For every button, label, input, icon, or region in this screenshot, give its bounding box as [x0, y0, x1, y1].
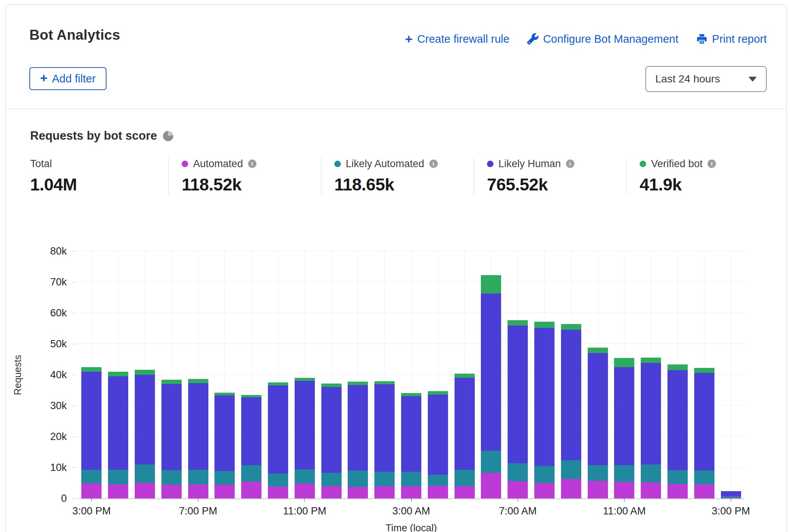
bar-segment-likely-human[interactable]: [508, 326, 528, 463]
bar-segment-verified-bot[interactable]: [428, 391, 448, 395]
bar-5-00-am[interactable]: [455, 374, 475, 498]
bar-segment-verified-bot[interactable]: [641, 358, 661, 363]
bar-segment-automated[interactable]: [188, 484, 208, 498]
bar-segment-likely-human[interactable]: [614, 367, 634, 466]
bar-segment-likely-automated[interactable]: [588, 465, 608, 481]
bar-segment-automated[interactable]: [508, 481, 528, 498]
bar-segment-likely-automated[interactable]: [455, 470, 475, 487]
bar-segment-verified-bot[interactable]: [455, 374, 475, 378]
bar-segment-likely-human[interactable]: [241, 397, 261, 465]
bar-segment-verified-bot[interactable]: [348, 382, 368, 385]
bar-segment-likely-automated[interactable]: [481, 451, 501, 473]
info-icon[interactable]: i: [248, 160, 256, 168]
time-range-select[interactable]: Last 24 hours: [645, 66, 767, 92]
bar-segment-likely-automated[interactable]: [188, 470, 208, 484]
bar-segment-verified-bot[interactable]: [81, 367, 102, 372]
bar-segment-likely-automated[interactable]: [614, 465, 634, 482]
bar-11-00-am[interactable]: [614, 358, 634, 498]
bar-segment-verified-bot[interactable]: [135, 370, 155, 375]
bar-segment-likely-human[interactable]: [108, 376, 128, 470]
bar-8-00-pm[interactable]: [214, 393, 235, 498]
bar-segment-automated[interactable]: [241, 482, 261, 498]
bar-segment-verified-bot[interactable]: [268, 382, 288, 385]
bar-segment-likely-human[interactable]: [428, 395, 448, 475]
bar-7-00-am[interactable]: [508, 320, 528, 498]
bar-segment-verified-bot[interactable]: [214, 393, 235, 395]
bar-segment-automated[interactable]: [214, 485, 235, 498]
bar-segment-likely-automated[interactable]: [534, 466, 555, 483]
print-report-link[interactable]: Print report: [696, 33, 767, 45]
bar-segment-likely-automated[interactable]: [641, 464, 661, 482]
bar-segment-automated[interactable]: [295, 484, 315, 498]
bar-segment-likely-automated[interactable]: [348, 471, 368, 487]
bar-segment-automated[interactable]: [81, 484, 102, 498]
bar-segment-automated[interactable]: [455, 486, 475, 498]
bar-segment-likely-human[interactable]: [321, 387, 342, 473]
bar-5-00-pm[interactable]: [135, 370, 155, 498]
bar-1-00-am[interactable]: [348, 382, 368, 498]
bar-segment-likely-human[interactable]: [401, 396, 421, 472]
bar-segment-verified-bot[interactable]: [561, 324, 581, 330]
bar-segment-likely-automated[interactable]: [135, 464, 155, 483]
bar-segment-automated[interactable]: [428, 486, 448, 498]
bar-12-00-pm[interactable]: [641, 358, 661, 498]
bar-segment-likely-human[interactable]: [374, 384, 395, 471]
bar-segment-likely-human[interactable]: [135, 375, 155, 464]
bar-segment-likely-automated[interactable]: [241, 465, 261, 482]
bar-7-00-pm[interactable]: [188, 379, 208, 498]
bar-segment-verified-bot[interactable]: [161, 380, 182, 384]
bar-9-00-am[interactable]: [561, 324, 581, 498]
bar-segment-likely-automated[interactable]: [667, 470, 688, 484]
bar-2-00-pm[interactable]: [694, 368, 714, 498]
add-filter-button[interactable]: + Add filter: [29, 67, 106, 90]
bar-segment-likely-automated[interactable]: [295, 469, 315, 484]
bar-4-00-pm[interactable]: [108, 372, 128, 498]
bar-segment-likely-human[interactable]: [214, 395, 235, 471]
bar-11-00-pm[interactable]: [295, 378, 315, 498]
info-icon[interactable]: i: [566, 160, 574, 168]
bar-segment-automated[interactable]: [374, 486, 395, 498]
bar-segment-likely-automated[interactable]: [321, 473, 342, 487]
bar-10-00-am[interactable]: [588, 348, 608, 498]
bar-6-00-am[interactable]: [481, 275, 501, 498]
bar-segment-automated[interactable]: [348, 487, 368, 498]
create-firewall-rule-link[interactable]: + Create firewall rule: [405, 32, 509, 45]
bar-9-00-pm[interactable]: [241, 395, 261, 498]
configure-bot-management-link[interactable]: Configure Bot Management: [527, 33, 679, 45]
bar-segment-likely-human[interactable]: [295, 381, 315, 469]
bar-segment-automated[interactable]: [481, 473, 501, 498]
bar-segment-likely-human[interactable]: [481, 293, 501, 451]
bar-segment-likely-human[interactable]: [721, 491, 741, 496]
bar-segment-automated[interactable]: [268, 487, 288, 498]
bar-segment-verified-bot[interactable]: [481, 275, 501, 293]
info-icon[interactable]: i: [429, 160, 438, 168]
bar-segment-likely-automated[interactable]: [694, 471, 714, 484]
bar-segment-likely-human[interactable]: [161, 384, 182, 471]
bar-segment-likely-automated[interactable]: [374, 472, 395, 486]
bar-segment-verified-bot[interactable]: [667, 364, 688, 370]
bar-segment-verified-bot[interactable]: [534, 322, 555, 328]
bar-segment-verified-bot[interactable]: [694, 368, 714, 373]
bar-segment-likely-automated[interactable]: [561, 460, 581, 479]
bar-segment-automated[interactable]: [614, 482, 634, 498]
bar-segment-verified-bot[interactable]: [401, 393, 421, 396]
bar-3-00-am[interactable]: [401, 393, 421, 498]
bar-segment-likely-automated[interactable]: [428, 475, 448, 486]
bar-segment-automated[interactable]: [161, 485, 182, 498]
bar-segment-verified-bot[interactable]: [188, 379, 208, 383]
bar-segment-likely-human[interactable]: [641, 363, 661, 464]
bar-segment-automated[interactable]: [667, 484, 688, 498]
bar-segment-verified-bot[interactable]: [295, 378, 315, 381]
bar-10-00-pm[interactable]: [268, 382, 288, 498]
bar-segment-likely-human[interactable]: [81, 372, 102, 470]
bar-segment-likely-human[interactable]: [561, 330, 581, 461]
bar-segment-automated[interactable]: [588, 481, 608, 498]
bar-segment-likely-human[interactable]: [348, 385, 368, 471]
bar-segment-likely-human[interactable]: [455, 378, 475, 470]
bar-segment-likely-automated[interactable]: [508, 463, 528, 482]
bar-segment-likely-automated[interactable]: [108, 470, 128, 484]
bar-segment-verified-bot[interactable]: [588, 348, 608, 353]
bar-segment-automated[interactable]: [694, 484, 714, 498]
bar-segment-likely-human[interactable]: [268, 385, 288, 474]
bar-1-00-pm[interactable]: [667, 364, 688, 498]
